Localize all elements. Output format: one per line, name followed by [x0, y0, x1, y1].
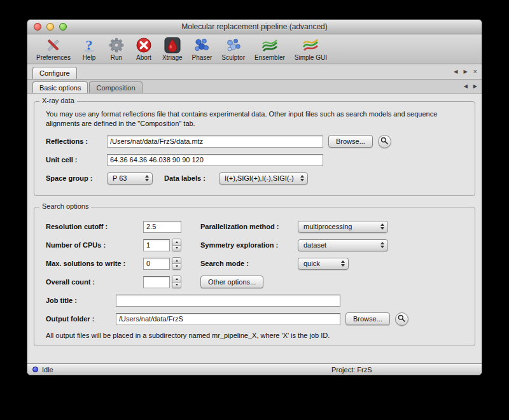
sculptor-molecule-icon — [225, 36, 242, 54]
max-solutions-label: Max. solutions to write : — [46, 260, 143, 267]
subtab-scroll-right-icon[interactable]: ▶ — [473, 83, 477, 89]
toolbar-label: Abort — [136, 54, 151, 61]
zoom-button[interactable] — [59, 23, 67, 31]
data-labels-value: I(+),SIGI(+),I(-),SIGI(-) — [225, 174, 294, 182]
data-labels-select[interactable]: I(+),SIGI(+),I(-),SIGI(-) — [219, 172, 308, 185]
phaser-molecule-icon — [193, 36, 211, 54]
number-of-cpus-label: Number of CPUs : — [46, 241, 143, 249]
output-note: All output files will be placed in a sub… — [46, 332, 463, 339]
close-button[interactable] — [34, 23, 41, 31]
status-text: Idle — [42, 366, 53, 374]
tab-scroll-right-icon[interactable]: ▶ — [463, 69, 467, 74]
resolution-cutoff-label: Resolution cutoff : — [46, 223, 143, 230]
toolbar-button-xtriage[interactable]: Xtriage — [160, 36, 185, 62]
simple-gui-ribbon-icon — [302, 36, 319, 54]
toolbar-button-simple-gui[interactable]: Simple GUI — [292, 36, 330, 62]
number-of-cpus-input[interactable] — [143, 239, 170, 251]
tab-scroll-left-icon[interactable]: ◀ — [454, 69, 457, 74]
group-title-xray: X-ray data — [39, 97, 77, 104]
title-bar: Molecular replacement pipeline (advanced… — [27, 20, 482, 34]
xray-description: You may use any format reflections file … — [46, 109, 458, 129]
toolbar-button-run[interactable]: Run — [105, 36, 128, 62]
overall-count-label: Overall count : — [46, 278, 143, 286]
toolbar: Preferences ? Help — [27, 34, 482, 64]
subtab-scroll-left-icon[interactable]: ◀ — [464, 83, 468, 89]
reflections-inspect-button[interactable] — [378, 135, 391, 148]
toolbar-label: Ensembler — [254, 54, 285, 61]
toolbar-label: Help — [83, 54, 96, 61]
group-search-options: Search options Resolution cutoff : Paral… — [34, 207, 475, 346]
toolbar-label: Simple GUI — [295, 54, 327, 61]
toolbar-button-sculptor[interactable]: Sculptor — [219, 36, 248, 62]
tab-basic-options[interactable]: Basic options — [32, 81, 88, 93]
reflections-input[interactable] — [107, 136, 323, 148]
space-group-label: Space group : — [46, 174, 107, 182]
ensembler-ribbon-icon — [261, 36, 279, 54]
popup-arrows-icon — [337, 260, 345, 267]
tab-close-icon[interactable]: × — [473, 68, 477, 75]
output-folder-browse-button[interactable]: Browse... — [345, 312, 390, 325]
parallelization-method-select[interactable]: multiprocessing — [298, 221, 388, 233]
popup-arrows-icon — [141, 175, 149, 181]
symmetry-exploration-label: Symmetry exploration : — [200, 241, 298, 249]
output-folder-inspect-button[interactable] — [395, 312, 408, 326]
toolbar-label: Phaser — [192, 54, 213, 61]
search-mode-value: quick — [303, 260, 320, 267]
group-xray-data: X-ray data You may use any format reflec… — [34, 101, 475, 196]
data-labels-label: Data labels : — [164, 174, 219, 182]
svg-text:?: ? — [85, 37, 92, 53]
reflections-label: Reflections : — [46, 137, 107, 145]
popup-arrows-icon — [377, 242, 384, 248]
xtriage-drop-icon — [164, 36, 181, 54]
parallelization-method-label: Parallelization method : — [200, 223, 298, 230]
toolbar-label: Preferences — [36, 54, 71, 61]
other-options-button[interactable]: Other options... — [200, 276, 263, 288]
overall-count-stepper[interactable] — [172, 276, 181, 288]
symmetry-exploration-select[interactable]: dataset — [298, 239, 388, 251]
max-solutions-input[interactable] — [143, 258, 170, 270]
search-mode-label: Search mode : — [200, 260, 298, 267]
search-mode-select[interactable]: quick — [298, 258, 349, 270]
gear-icon — [108, 36, 125, 54]
resolution-cutoff-input[interactable] — [143, 221, 181, 233]
status-led-icon — [32, 367, 38, 372]
unit-cell-input[interactable] — [107, 154, 323, 166]
toolbar-button-help[interactable]: ? Help — [78, 36, 101, 62]
popup-arrows-icon — [377, 223, 384, 230]
tab-configure[interactable]: Configure — [32, 67, 77, 79]
reflections-browse-button[interactable]: Browse... — [328, 135, 373, 148]
toolbar-button-preferences[interactable]: Preferences — [34, 36, 73, 62]
toolbar-label: Sculptor — [221, 54, 245, 61]
magnifier-icon — [380, 137, 388, 146]
unit-cell-label: Unit cell : — [46, 156, 107, 164]
project-label: Project: FrzS — [331, 366, 372, 374]
app-window: Molecular replacement pipeline (advanced… — [27, 19, 482, 375]
cpus-stepper[interactable] — [172, 239, 181, 251]
job-title-input[interactable] — [116, 295, 340, 307]
magnifier-icon — [398, 314, 405, 324]
parallelization-method-value: multiprocessing — [303, 223, 352, 230]
overall-count-input[interactable] — [143, 276, 170, 288]
space-group-value: P 63 — [113, 174, 127, 182]
toolbar-button-abort[interactable]: Abort — [132, 36, 155, 62]
job-title-label: Job title : — [46, 297, 116, 304]
help-icon: ? — [80, 36, 98, 54]
toolbar-label: Xtriage — [162, 54, 183, 61]
symmetry-exploration-value: dataset — [303, 241, 326, 249]
tab-composition[interactable]: Composition — [89, 81, 142, 93]
output-folder-label: Output folder : — [46, 315, 116, 323]
sub-tab-bar: Basic options Composition ◀ ▶ — [27, 80, 482, 94]
group-title-search: Search options — [39, 202, 91, 210]
tools-icon — [45, 36, 62, 54]
status-bar: Idle Project: FrzS — [27, 363, 482, 375]
panel-basic-options: X-ray data You may use any format reflec… — [27, 94, 482, 363]
toolbar-button-ensembler[interactable]: Ensembler — [252, 36, 288, 62]
toolbar-label: Run — [111, 54, 122, 61]
space-group-select[interactable]: P 63 — [107, 172, 153, 185]
output-folder-input[interactable] — [116, 313, 340, 325]
main-tab-bar: Configure ◀ ▶ × — [27, 64, 482, 80]
window-title: Molecular replacement pipeline (advanced… — [181, 22, 327, 31]
minimize-button[interactable] — [46, 23, 54, 31]
toolbar-button-phaser[interactable]: Phaser — [190, 36, 215, 62]
max-solutions-stepper[interactable] — [172, 257, 181, 270]
